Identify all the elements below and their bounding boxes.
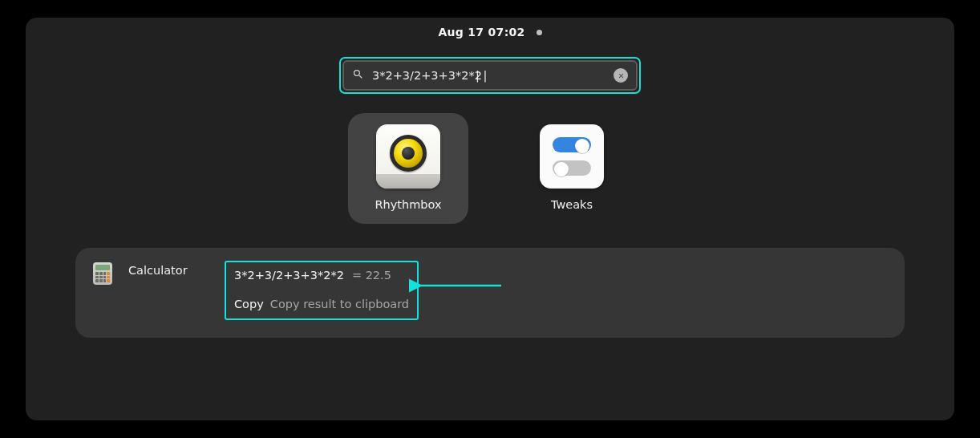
search-input[interactable]: 3*2+3/2+3+3*2*2| xyxy=(372,69,605,82)
app-label: Rhythmbox xyxy=(375,198,441,211)
rhythmbox-icon xyxy=(376,124,440,189)
calculator-result-line[interactable]: 3*2+3/2+3+3*2*2 = 22.5 xyxy=(234,269,409,282)
search-icon xyxy=(352,68,364,83)
top-bar: Aug 17 07:02 xyxy=(26,18,954,39)
activities-overview: Aug 17 07:02 3*2+3/2+3+3*2*2| Rhythmbox xyxy=(26,18,954,420)
copy-description: Copy result to clipboard xyxy=(270,298,409,310)
search-highlight-annotation: 3*2+3/2+3+3*2*2| xyxy=(339,57,641,94)
calculator-result-value: = 22.5 xyxy=(352,269,391,282)
annotation-arrow-icon xyxy=(409,276,513,300)
close-icon xyxy=(618,72,625,79)
calculator-copy-action[interactable]: Copy Copy result to clipboard xyxy=(234,298,409,310)
copy-label: Copy xyxy=(234,298,264,310)
tweaks-icon xyxy=(540,124,604,189)
notification-indicator-icon[interactable] xyxy=(537,30,542,35)
search-bar[interactable]: 3*2+3/2+3+3*2*2| xyxy=(342,60,638,91)
app-results: Rhythmbox Tweaks xyxy=(26,113,954,224)
calculator-icon xyxy=(93,262,112,285)
app-label: Tweaks xyxy=(551,198,593,211)
result-highlight-annotation: 3*2+3/2+3+3*2*2 = 22.5 Copy Copy result … xyxy=(225,261,419,320)
clear-search-button[interactable] xyxy=(614,68,628,83)
clock[interactable]: Aug 17 07:02 xyxy=(438,26,524,39)
search-input-text: 3*2+3/2+3+3*2*2 xyxy=(372,69,482,82)
calculator-expression: 3*2+3/2+3+3*2*2 xyxy=(234,269,344,282)
calculator-provider-label: Calculator xyxy=(128,264,209,277)
text-cursor: | xyxy=(476,69,480,82)
app-rhythmbox[interactable]: Rhythmbox xyxy=(348,113,468,224)
app-tweaks[interactable]: Tweaks xyxy=(512,113,632,224)
